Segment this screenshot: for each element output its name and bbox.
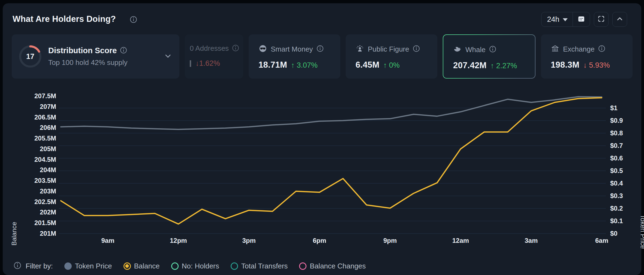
stat-value: 198.3M (551, 60, 579, 70)
svg-text:$0.1: $0.1 (610, 217, 623, 225)
whale-card-selected-border: Whale 207.42M ↑ 2.27% (443, 34, 535, 79)
stat-title: Smart Money (271, 45, 313, 53)
svg-text:204M: 204M (40, 166, 56, 174)
info-icon[interactable] (120, 47, 127, 55)
total-transfers-swatch (231, 262, 238, 270)
stat-value: 6.45M (356, 60, 380, 70)
svg-text:9pm: 9pm (383, 237, 397, 244)
public-figure-card[interactable]: Public Figure 6.45M ↑ 0% (346, 34, 437, 79)
stat-title: Exchange (563, 45, 595, 53)
svg-text:$0.4: $0.4 (610, 180, 623, 187)
svg-text:$0.7: $0.7 (610, 142, 623, 149)
svg-text:$1: $1 (610, 104, 618, 112)
svg-text:203M: 203M (40, 187, 56, 195)
svg-text:201.5M: 201.5M (34, 219, 56, 226)
distribution-score-subtitle: Top 100 hold 42% supply (48, 58, 128, 67)
info-icon[interactable] (598, 45, 605, 53)
smart-money-icon (258, 44, 267, 54)
calendar-button[interactable] (573, 12, 590, 26)
holders-widget: What Are Holders Doing? 24h (3, 3, 641, 275)
svg-text:206.5M: 206.5M (34, 113, 56, 121)
token-price-swatch (64, 262, 72, 270)
svg-text:201M: 201M (40, 230, 56, 237)
distribution-score-gauge: 17 (18, 44, 42, 68)
svg-text:207M: 207M (40, 103, 56, 110)
svg-text:202.5M: 202.5M (34, 198, 56, 205)
stat-delta: ↑ 3.07% (291, 61, 318, 70)
svg-text:6pm: 6pm (313, 237, 326, 244)
stat-title: Whale (465, 46, 486, 54)
svg-text:$0.9: $0.9 (610, 117, 623, 124)
svg-text:202M: 202M (40, 208, 56, 216)
stat-value: 207.42M (453, 61, 487, 70)
distribution-score-title: Distribution Score (48, 46, 117, 55)
svg-text:205.5M: 205.5M (34, 134, 56, 142)
info-icon[interactable] (14, 262, 21, 270)
holders-chart: 207.5M207M206.5M206M205.5M205M204.5M204M… (3, 85, 644, 249)
filter-by-label: Filter by: (26, 262, 53, 270)
info-icon[interactable] (317, 45, 324, 53)
no-holders-swatch (171, 262, 179, 270)
token-price-axis-title: Token Price (639, 215, 644, 249)
title-info-icon[interactable] (130, 16, 137, 24)
svg-text:$0.2: $0.2 (610, 205, 623, 212)
smart-money-card[interactable]: Smart Money 18.71M ↑ 3.07% (249, 34, 340, 79)
fullscreen-icon (597, 15, 605, 24)
public-figure-icon (356, 44, 364, 54)
balance-changes-swatch (299, 262, 306, 270)
chart-legend: Filter by: Token Price Balance No: Holde… (14, 259, 366, 273)
legend-item-total-transfers[interactable]: Total Transfers (231, 262, 288, 270)
whale-icon (453, 45, 462, 55)
chart-region[interactable]: 207.5M207M206.5M206M205.5M205M204.5M204M… (3, 85, 644, 249)
clipped-text-fragment (190, 60, 191, 67)
chevron-down-icon (563, 18, 568, 21)
svg-text:12pm: 12pm (170, 237, 187, 244)
calendar-icon (577, 15, 585, 24)
stat-title: Public Figure (368, 45, 409, 53)
svg-text:$0.8: $0.8 (610, 129, 623, 137)
time-range-control: 24h (541, 12, 590, 27)
svg-text:$0: $0 (610, 230, 618, 237)
svg-text:207.5M: 207.5M (34, 92, 56, 100)
stat-value: 18.71M (258, 60, 287, 70)
stat-delta: ↑ 0% (383, 61, 400, 70)
header-controls: 24h (541, 12, 627, 27)
svg-text:205M: 205M (40, 145, 56, 153)
svg-text:203.5M: 203.5M (34, 177, 56, 184)
time-range-value: 24h (547, 15, 559, 24)
balance-swatch (124, 262, 131, 270)
whale-card[interactable]: Whale 207.42M ↑ 2.27% (443, 35, 535, 78)
svg-text:$0.5: $0.5 (610, 167, 623, 174)
svg-text:3pm: 3pm (242, 237, 255, 244)
legend-item-balance[interactable]: Balance (124, 262, 160, 270)
chevron-down-icon[interactable] (164, 52, 172, 61)
legend-item-no-holders[interactable]: No: Holders (171, 262, 219, 270)
svg-text:204.5M: 204.5M (34, 156, 56, 163)
info-icon[interactable] (413, 45, 420, 53)
exchange-icon (551, 44, 559, 54)
legend-item-token-price[interactable]: Token Price (64, 262, 112, 270)
balance-axis-title: Balance (10, 222, 18, 246)
legend-item-balance-changes[interactable]: Balance Changes (299, 262, 366, 270)
stat-delta: ↓ 5.93% (583, 61, 610, 70)
addresses-delta: ↓1.62% (195, 59, 220, 68)
time-range-dropdown[interactable]: 24h (541, 12, 572, 26)
svg-text:6am: 6am (595, 237, 608, 244)
svg-text:$0.3: $0.3 (610, 192, 623, 199)
svg-text:3am: 3am (525, 237, 538, 244)
svg-text:$0.6: $0.6 (610, 154, 623, 162)
widget-header: What Are Holders Doing? 24h (13, 12, 633, 27)
collapse-button[interactable] (612, 12, 627, 27)
addresses-card[interactable]: 0 Addresses ↓1.62% (185, 34, 243, 79)
chevron-up-icon (616, 15, 624, 24)
distribution-score-card[interactable]: 17 Distribution Score Top 100 hold 42% s… (12, 34, 179, 79)
info-icon[interactable] (489, 46, 496, 54)
distribution-score-value: 17 (18, 44, 42, 68)
exchange-card[interactable]: Exchange 198.3M ↓ 5.93% (541, 34, 633, 79)
info-icon[interactable] (232, 44, 239, 53)
svg-text:9am: 9am (101, 237, 114, 244)
svg-text:12am: 12am (452, 237, 469, 244)
fullscreen-button[interactable] (594, 12, 609, 27)
stat-cards-row: 17 Distribution Score Top 100 hold 42% s… (12, 34, 633, 79)
addresses-card-title: 0 Addresses (190, 44, 229, 53)
